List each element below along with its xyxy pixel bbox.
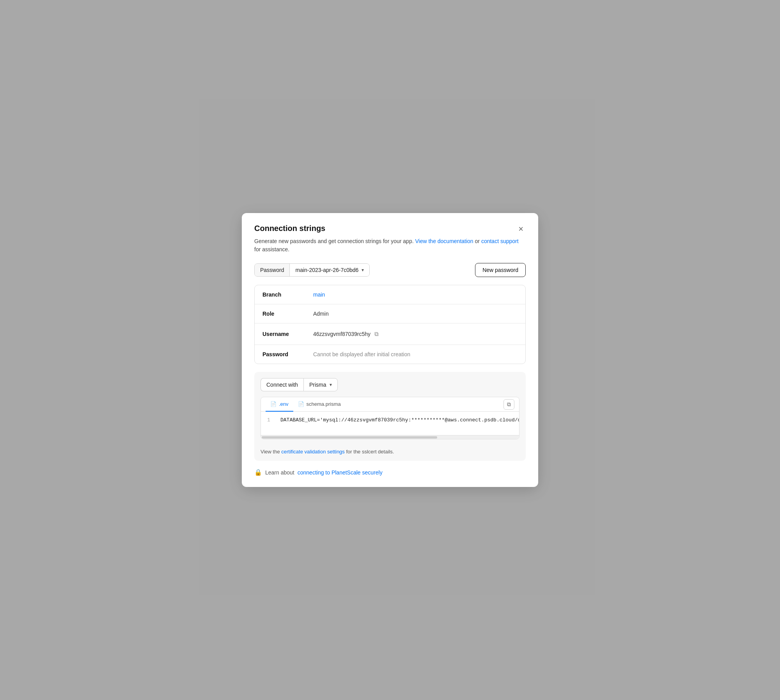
tab-env-label: .env	[279, 401, 289, 407]
modal-footer: 🔒 Learn about connecting to PlanetScale …	[254, 469, 526, 476]
footer-prefix: Learn about	[265, 469, 294, 476]
cert-link[interactable]: certificate validation settings	[281, 449, 345, 455]
line-code-1: DATABASE_URL='mysql://46zzsvgvmf87039rc5…	[280, 417, 519, 423]
connection-strings-modal: Connection strings × Generate new passwo…	[242, 213, 538, 487]
username-text: 46zzsvgvmf87039rc5hy	[313, 331, 370, 337]
password-info-label: Password	[262, 351, 313, 357]
description-prefix: Generate new passwords and get connectio…	[254, 238, 414, 244]
description-suffix: for assistance.	[254, 246, 289, 252]
code-content: 1 DATABASE_URL='mysql://46zzsvgvmf87039r…	[261, 412, 519, 435]
branch-label: Branch	[262, 291, 313, 298]
connect-with-label: Connect with	[261, 378, 303, 391]
close-button[interactable]: ×	[516, 224, 526, 234]
role-value: Admin	[313, 311, 329, 317]
branch-row: Branch main	[255, 285, 525, 304]
scrollbar-thumb	[262, 436, 437, 439]
chevron-down-icon: ▾	[362, 267, 364, 273]
password-label-tag: Password	[255, 264, 290, 276]
or-text: or	[475, 238, 480, 244]
password-selector[interactable]: Password main-2023-apr-26-7c0bd6 ▾	[254, 263, 370, 277]
code-copy-button[interactable]: ⧉	[503, 399, 514, 410]
cert-note-prefix: View the	[261, 449, 280, 455]
support-link[interactable]: contact support	[481, 238, 519, 244]
tab-schema-label: schema.prisma	[307, 401, 341, 407]
modal-overlay: Connection strings × Generate new passwo…	[0, 0, 780, 700]
password-selected-value: main-2023-apr-26-7c0bd6	[295, 267, 358, 273]
password-dropdown[interactable]: main-2023-apr-26-7c0bd6 ▾	[290, 264, 369, 276]
connect-with-row: Connect with Prisma ▾	[261, 378, 519, 391]
password-row: Password main-2023-apr-26-7c0bd6 ▾ New p…	[254, 263, 526, 277]
footer-link[interactable]: connecting to PlanetScale securely	[298, 469, 383, 476]
tab-schema-prisma[interactable]: 📄 schema.prisma	[293, 397, 346, 412]
code-tabs: 📄 .env 📄 schema.prisma ⧉	[261, 397, 519, 412]
doc-link[interactable]: View the documentation	[415, 238, 473, 244]
env-file-icon: 📄	[270, 401, 277, 407]
tab-env[interactable]: 📄 .env	[266, 397, 293, 412]
info-table: Branch main Role Admin Username 46zzsvgv…	[254, 285, 526, 364]
connect-with-dropdown[interactable]: Prisma ▾	[303, 378, 338, 391]
password-info-value: Cannot be displayed after initial creati…	[313, 351, 410, 357]
username-row: Username 46zzsvgvmf87039rc5hy ⧉	[255, 323, 525, 345]
modal-title: Connection strings	[254, 224, 325, 233]
username-label: Username	[262, 331, 313, 337]
connect-chevron-icon: ▾	[330, 382, 332, 387]
lock-icon: 🔒	[254, 469, 262, 476]
username-copy-button[interactable]: ⧉	[374, 330, 379, 338]
line-number-1: 1	[267, 417, 274, 423]
branch-value[interactable]: main	[313, 291, 325, 298]
role-row: Role Admin	[255, 304, 525, 323]
connect-with-selected: Prisma	[309, 382, 326, 388]
horizontal-scrollbar[interactable]	[261, 435, 519, 439]
modal-header: Connection strings ×	[254, 224, 526, 234]
schema-file-icon: 📄	[298, 401, 304, 407]
cert-note: View the certificate validation settings…	[261, 445, 519, 461]
modal-description: Generate new passwords and get connectio…	[254, 237, 526, 254]
username-value: 46zzsvgvmf87039rc5hy ⧉	[313, 330, 379, 338]
role-label: Role	[262, 311, 313, 317]
code-block: 📄 .env 📄 schema.prisma ⧉ 1 DATABASE_URL=…	[261, 397, 519, 439]
connect-section: Connect with Prisma ▾ 📄 .env 📄	[254, 372, 526, 461]
code-tabs-left: 📄 .env 📄 schema.prisma	[266, 397, 346, 411]
cert-note-suffix: for the sslcert details.	[346, 449, 394, 455]
password-row-info: Password Cannot be displayed after initi…	[255, 345, 525, 364]
new-password-button[interactable]: New password	[475, 263, 526, 277]
code-line-1: 1 DATABASE_URL='mysql://46zzsvgvmf87039r…	[267, 417, 513, 423]
